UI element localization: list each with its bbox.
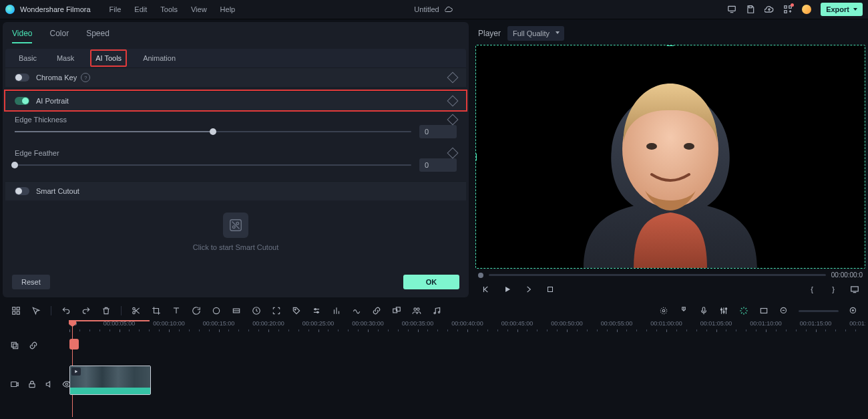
- svg-point-9: [646, 143, 657, 150]
- duplicate-icon[interactable]: [9, 340, 20, 351]
- zoom-out-icon[interactable]: [779, 305, 789, 316]
- export-button[interactable]: Export: [821, 3, 863, 16]
- brace-open-icon[interactable]: {: [807, 284, 817, 295]
- marker-knob-icon[interactable]: [69, 339, 79, 350]
- preview-canvas[interactable]: [475, 45, 865, 269]
- svg-rect-4: [785, 11, 787, 13]
- mixer-icon[interactable]: [718, 305, 729, 316]
- keyframe-icon[interactable]: [447, 72, 459, 84]
- reset-button[interactable]: Reset: [12, 275, 50, 289]
- chevron-down-icon: [853, 8, 857, 11]
- tab-speed[interactable]: Speed: [86, 29, 110, 43]
- zoom-slider[interactable]: [799, 310, 839, 312]
- ai-portrait-toggle[interactable]: [15, 97, 29, 105]
- tab-mask[interactable]: Mask: [53, 51, 78, 65]
- music-icon[interactable]: [431, 305, 442, 316]
- ok-button[interactable]: OK: [403, 275, 459, 289]
- tag-icon[interactable]: [291, 305, 302, 316]
- quality-select[interactable]: Full Quality: [507, 26, 564, 41]
- step-back-icon[interactable]: [481, 284, 491, 295]
- brace-close-icon[interactable]: }: [828, 284, 839, 295]
- delete-icon[interactable]: [101, 305, 112, 316]
- step-forward-icon[interactable]: [523, 284, 534, 295]
- cloud-sync-icon[interactable]: [445, 5, 454, 14]
- adjust-icon[interactable]: [311, 305, 322, 316]
- menu-help[interactable]: Help: [220, 5, 236, 13]
- svg-rect-12: [851, 287, 859, 291]
- tab-basic[interactable]: Basic: [15, 51, 41, 65]
- zoom-in-icon[interactable]: [848, 305, 859, 316]
- mute-icon[interactable]: [44, 379, 55, 390]
- app-root: Wondershare Filmora File Edit Tools View…: [0, 0, 868, 419]
- preview-area[interactable]: [475, 45, 865, 269]
- edge-feather-value[interactable]: 0: [419, 158, 457, 172]
- layout-icon[interactable]: [11, 305, 21, 316]
- track-video-icon[interactable]: [9, 379, 20, 390]
- group-icon[interactable]: [391, 305, 402, 316]
- cloud-upload-icon[interactable]: [765, 5, 774, 14]
- render-icon[interactable]: [658, 305, 669, 316]
- tab-animation[interactable]: Animation: [139, 51, 180, 65]
- text-icon[interactable]: [171, 305, 182, 316]
- menu-file[interactable]: File: [110, 5, 122, 13]
- auto-reframe-icon[interactable]: [738, 305, 749, 316]
- resize-handle-icon[interactable]: [475, 153, 477, 161]
- pointer-icon[interactable]: [31, 305, 41, 316]
- tab-video[interactable]: Video: [12, 29, 32, 43]
- menu-view[interactable]: View: [191, 5, 207, 13]
- undo-icon[interactable]: [61, 305, 71, 316]
- play-icon[interactable]: [502, 284, 513, 295]
- voice-icon[interactable]: [351, 305, 362, 316]
- title-group: Untitled: [414, 5, 453, 14]
- svg-point-31: [662, 309, 665, 312]
- edge-thickness-slider[interactable]: [15, 131, 411, 132]
- keyframe-icon[interactable]: [447, 114, 459, 126]
- lock-icon[interactable]: [27, 379, 37, 390]
- help-icon[interactable]: ?: [81, 73, 90, 82]
- ruler-label: 00:00:50:00: [551, 320, 583, 327]
- monitor-icon[interactable]: [727, 5, 736, 14]
- svg-point-29: [434, 312, 435, 313]
- marker-icon[interactable]: [678, 305, 689, 316]
- svg-point-19: [213, 307, 219, 313]
- users-icon[interactable]: [411, 305, 422, 316]
- time-ruler[interactable]: 00:0000:00:05:0000:00:10:0000:00:15:0000…: [69, 320, 865, 336]
- account-avatar-icon[interactable]: [802, 5, 811, 14]
- crop-icon[interactable]: [151, 305, 162, 316]
- menu-tools[interactable]: Tools: [160, 5, 178, 13]
- tab-color[interactable]: Color: [49, 29, 69, 43]
- apps-icon[interactable]: [783, 5, 793, 14]
- stop-icon[interactable]: [545, 284, 556, 295]
- link-icon[interactable]: [371, 305, 382, 316]
- chain-icon[interactable]: [28, 340, 39, 351]
- fullscreen-icon[interactable]: [849, 284, 860, 295]
- svg-point-28: [417, 308, 420, 311]
- player-scrub: 00:00:00:0: [475, 270, 865, 280]
- smart-cutout-toggle[interactable]: [15, 187, 29, 195]
- mic-icon[interactable]: [698, 305, 709, 316]
- aspect-icon[interactable]: [758, 305, 769, 316]
- rotate-icon[interactable]: [191, 305, 202, 316]
- save-icon[interactable]: [746, 5, 755, 14]
- scrub-track[interactable]: [489, 274, 826, 276]
- menu-edit[interactable]: Edit: [134, 5, 147, 13]
- circle-tool-icon[interactable]: [211, 305, 222, 316]
- mosaic-icon[interactable]: [231, 305, 242, 316]
- resize-handle-icon[interactable]: [666, 45, 674, 46]
- keyframe-icon[interactable]: [447, 148, 459, 159]
- split-icon[interactable]: [131, 305, 142, 316]
- tab-ai-tools[interactable]: AI Tools: [90, 49, 127, 67]
- keyframe-icon[interactable]: [447, 96, 459, 107]
- scrub-position-icon[interactable]: [478, 273, 483, 278]
- smart-cutout-hint: Click to start Smart Cutout: [193, 243, 278, 251]
- speed-icon[interactable]: [251, 305, 262, 316]
- focus-icon[interactable]: [271, 305, 282, 316]
- timeline-clip[interactable]: [69, 366, 151, 395]
- edge-thickness-value[interactable]: 0: [419, 125, 457, 138]
- redo-icon[interactable]: [81, 305, 91, 316]
- edge-feather-slider[interactable]: [15, 164, 411, 166]
- chroma-key-toggle[interactable]: [15, 74, 29, 82]
- equalize-icon[interactable]: [331, 305, 342, 316]
- clip-audio-band: [70, 388, 150, 394]
- smart-cutout-icon[interactable]: [223, 213, 248, 238]
